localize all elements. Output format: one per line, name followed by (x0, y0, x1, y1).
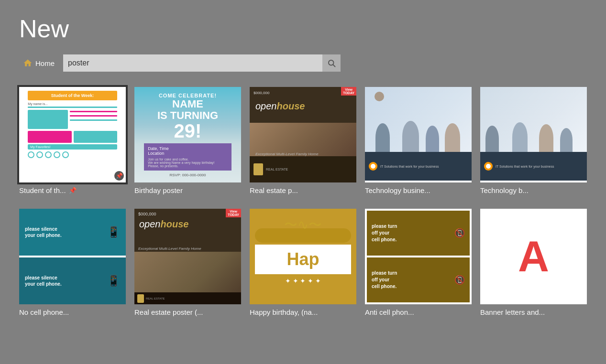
templates-grid: Student of the Week: My name is... (19, 87, 587, 316)
template-label: Banner letters and... (480, 308, 545, 316)
template-thumbnail: please silenceyour cell phone. 📱 please … (19, 209, 126, 304)
page-title: New (19, 14, 587, 43)
template-item[interactable]: Student of the Week: My name is... (19, 87, 126, 194)
template-item[interactable]: please silenceyour cell phone. 📱 please … (19, 209, 126, 316)
template-item[interactable]: A Banner letters and... (480, 209, 587, 316)
search-button[interactable] (322, 54, 341, 72)
svg-line-1 (333, 64, 335, 66)
home-icon (23, 58, 33, 68)
search-bar: Home (19, 54, 587, 72)
template-thumbnail: simplifying IT IT Solutions that work fo… (480, 87, 587, 182)
template-label: Student of th... 📌 (19, 186, 77, 194)
template-thumbnail: please turnoff yourcell phone. 📵 please … (365, 209, 472, 304)
template-thumbnail: ViewTODAY $000,000 openhouse Exceptional… (250, 87, 356, 182)
template-thumbnail: COME CELEBRATE! NAMEIS TURNING 29! Date,… (134, 87, 241, 182)
search-icon (327, 59, 336, 67)
home-button[interactable]: Home (19, 56, 58, 70)
template-item[interactable]: ViewTODAY $000,000 openhouse Exceptional… (134, 209, 241, 316)
template-thumbnail: A (480, 209, 587, 304)
template-label: Anti cell phon... (365, 308, 414, 316)
template-thumbnail: simplifying IT IT Solutions that work fo… (365, 87, 472, 182)
template-thumbnail: Student of the Week: My name is... (19, 87, 126, 182)
template-thumbnail: 〜∿〜 Hap ✦ ✦ ✦ ✦ ✦ (250, 209, 356, 304)
template-label: Technology busine... (365, 186, 430, 194)
pin-icon: 📌 (69, 187, 77, 194)
home-label: Home (35, 59, 55, 67)
template-item[interactable]: simplifying IT IT Solutions that work fo… (365, 87, 472, 194)
template-item[interactable]: please turnoff yourcell phone. 📵 please … (365, 209, 472, 316)
selected-indicator: 📌 (114, 171, 124, 181)
template-item[interactable]: simplifying IT IT Solutions that work fo… (480, 87, 587, 194)
template-label: No cell phone... (19, 308, 69, 316)
template-thumbnail: ViewTODAY $000,000 openhouse Exceptional… (134, 209, 241, 304)
template-label: Real estate p... (250, 186, 298, 194)
template-item[interactable]: COME CELEBRATE! NAMEIS TURNING 29! Date,… (134, 87, 241, 194)
template-item[interactable]: ViewTODAY $000,000 openhouse Exceptional… (250, 87, 356, 194)
search-input-wrap (63, 54, 341, 72)
template-label: Technology b... (480, 186, 529, 194)
template-label: Happy birthday, (na... (250, 308, 318, 316)
template-item[interactable]: 〜∿〜 Hap ✦ ✦ ✦ ✦ ✦ Happy birthday, (na... (250, 209, 356, 316)
template-label: Birthday poster (134, 186, 183, 194)
search-input[interactable] (63, 59, 322, 67)
template-label: Real estate poster (... (134, 308, 203, 316)
